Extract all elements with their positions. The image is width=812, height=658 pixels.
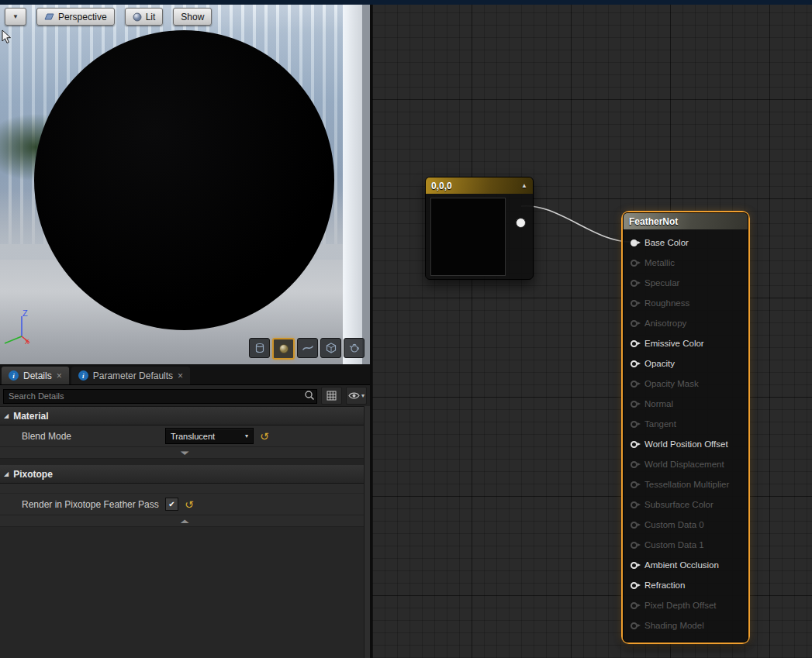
blend-mode-dropdown[interactable]: Translucent ▾ (165, 428, 254, 444)
pin-label: Subsurface Color (644, 500, 714, 509)
show-label: Show (181, 12, 204, 22)
advanced-expand-row[interactable]: ▾ (0, 447, 370, 459)
info-icon: i (9, 370, 19, 381)
material-input-pin[interactable]: Custom Data 1 (624, 535, 748, 555)
tab-details-label: Details (23, 370, 52, 381)
preview-shape-sphere-button[interactable] (272, 338, 295, 360)
material-preview-viewport[interactable]: ▼ Perspective Lit Show (0, 0, 370, 364)
material-input-pin[interactable]: Refraction (624, 575, 748, 595)
constant-color-node[interactable]: 0,0,0 ▲ (425, 177, 534, 280)
pin-icon[interactable] (631, 562, 638, 569)
material-input-pin[interactable]: Tessellation Multiplier (624, 474, 748, 494)
material-input-pin[interactable]: Base Color (624, 233, 748, 253)
tab-details[interactable]: i Details × (2, 367, 69, 384)
tab-parameter-defaults[interactable]: i Parameter Defaults × (71, 367, 190, 384)
expander-icon[interactable]: ◢ (4, 470, 9, 477)
expander-icon[interactable]: ◢ (4, 412, 9, 419)
material-input-pin[interactable]: World Position Offset (624, 434, 748, 454)
pin-icon[interactable] (631, 522, 638, 529)
connection-wire[interactable] (521, 206, 633, 242)
property-matrix-button[interactable] (321, 387, 342, 405)
material-input-pin[interactable]: Normal (624, 394, 748, 414)
material-input-pin[interactable]: Opacity Mask (624, 374, 748, 394)
pin-icon[interactable] (631, 582, 638, 589)
reset-to-default-icon[interactable]: ↺ (260, 431, 269, 442)
material-input-pin[interactable]: Roughness (624, 293, 748, 313)
material-input-pin[interactable]: Opacity (624, 353, 748, 374)
preview-shape-plane-button[interactable] (297, 338, 318, 358)
constant-node-title-bar[interactable]: 0,0,0 ▲ (426, 177, 533, 194)
material-input-pin[interactable]: Anisotropy (624, 313, 748, 333)
constant-node-inner (426, 194, 533, 279)
perspective-icon (44, 12, 54, 21)
view-options-button[interactable]: ▾ (346, 387, 367, 405)
material-node-title-bar[interactable]: FeatherNot (624, 213, 748, 229)
pin-icon[interactable] (631, 239, 638, 246)
material-input-pin[interactable]: Emissive Color (624, 333, 748, 353)
constant-node-title: 0,0,0 (431, 181, 452, 191)
reset-to-default-icon[interactable]: ↺ (185, 499, 194, 510)
pin-label: Opacity Mask (644, 379, 699, 388)
perspective-button[interactable]: Perspective (36, 8, 115, 26)
feather-pass-checkbox[interactable]: ✔ (165, 498, 178, 511)
advanced-collapse-row[interactable]: ▴ (0, 515, 370, 527)
pin-icon[interactable] (631, 320, 638, 327)
pin-icon[interactable] (631, 421, 638, 428)
section-header-material[interactable]: ◢ Material (0, 407, 370, 425)
pin-icon[interactable] (631, 461, 638, 468)
pin-icon[interactable] (631, 542, 638, 549)
close-icon[interactable]: × (57, 371, 62, 381)
lit-label: Lit (146, 12, 156, 22)
show-menu-button[interactable]: Show (173, 8, 212, 26)
preview-shape-cube-button[interactable] (320, 338, 341, 358)
preview-shape-teapot-button[interactable] (344, 338, 365, 358)
blend-mode-value: Translucent (171, 432, 215, 441)
pin-icon[interactable] (631, 260, 638, 267)
section-header-pixotope[interactable]: ◢ Pixotope (0, 465, 370, 484)
pin-icon[interactable] (631, 360, 638, 367)
blend-mode-row: Blend Mode Translucent ▾ ↺ (0, 425, 370, 447)
pin-icon[interactable] (631, 300, 638, 307)
constant-output-pin[interactable] (516, 218, 526, 228)
pin-icon[interactable] (631, 401, 638, 408)
pin-icon[interactable] (631, 501, 638, 508)
material-input-pin[interactable]: Custom Data 0 (624, 515, 748, 535)
constant-node-body: 0,0,0 ▲ (425, 177, 534, 280)
feather-pass-control: ✔ ↺ (165, 498, 194, 511)
material-result-node[interactable]: FeatherNot Base Color Metallic Specular … (623, 212, 748, 642)
tab-parameter-defaults-label: Parameter Defaults (93, 370, 173, 381)
material-input-pin[interactable]: Shading Model (624, 615, 748, 636)
panel-divider[interactable] (370, 0, 372, 658)
material-input-pin[interactable]: Metallic (624, 253, 748, 273)
pin-icon[interactable] (631, 441, 638, 448)
viewport-options-button[interactable]: ▼ (5, 8, 26, 26)
material-input-pin[interactable]: Specular (624, 273, 748, 293)
collapse-icon[interactable]: ▲ (521, 182, 527, 189)
teapot-icon (348, 342, 361, 354)
close-icon[interactable]: × (178, 371, 183, 381)
pin-label: Opacity (644, 359, 675, 368)
material-input-pin[interactable]: Tangent (624, 414, 748, 434)
details-scrollbar[interactable] (364, 406, 370, 658)
chevron-down-icon: ▼ (12, 13, 19, 20)
pin-label: Anisotropy (644, 319, 686, 328)
material-input-pin[interactable]: Subsurface Color (624, 494, 748, 515)
pin-icon[interactable] (631, 622, 638, 629)
blank-row (0, 484, 370, 494)
material-input-pin[interactable]: World Displacement (624, 454, 748, 474)
preview-shape-cylinder-button[interactable] (249, 338, 270, 358)
pin-label: Base Color (644, 238, 689, 247)
lit-mode-button[interactable]: Lit (125, 8, 164, 26)
material-input-pin[interactable]: Pixel Depth Offset (624, 595, 748, 615)
chevron-up-icon: ▴ (181, 517, 189, 525)
material-graph-canvas[interactable]: 0,0,0 ▲ FeatherNot Base Color Metallic S… (372, 0, 812, 658)
search-details-input[interactable] (3, 389, 317, 404)
pin-icon[interactable] (631, 280, 638, 287)
details-search-row: ▾ (0, 385, 370, 407)
pin-icon[interactable] (631, 481, 638, 488)
pin-icon[interactable] (631, 340, 638, 347)
pin-icon[interactable] (631, 602, 638, 609)
material-input-pin[interactable]: Ambient Occlusion (624, 555, 748, 575)
pin-icon[interactable] (631, 381, 638, 388)
mouse-cursor (2, 29, 12, 47)
